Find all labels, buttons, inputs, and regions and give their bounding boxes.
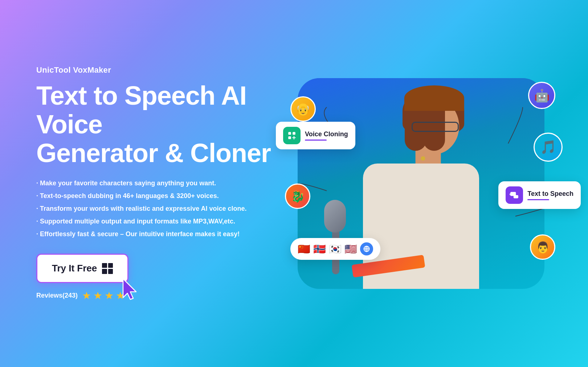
reviews-area: Reviews(243) ★ ★ ★ ★ — [36, 290, 290, 302]
brand-name: UnicTool VoxMaker — [36, 65, 290, 75]
text-to-speech-icon — [506, 186, 523, 204]
svg-rect-4 — [514, 195, 518, 198]
bullet-4: Supported multiple output and input form… — [36, 217, 290, 226]
bullet-1: Make your favorite characters saying any… — [36, 178, 290, 188]
svg-rect-2 — [288, 136, 291, 139]
flag-usa: 🇺🇸 — [344, 243, 357, 255]
avatar-person: 👨 — [530, 234, 555, 260]
flag-norway: 🇳🇴 — [313, 243, 326, 255]
text-to-speech-underline — [527, 199, 549, 200]
voice-cloning-label: Voice Cloning — [305, 130, 348, 138]
star-3: ★ — [105, 290, 114, 302]
star-1: ★ — [82, 290, 91, 302]
voice-cloning-card: Voice Cloning — [276, 122, 355, 149]
bullet-2: Text-to-speech dubbing in 46+ languages … — [36, 191, 290, 201]
bullet-3: Transform your words with realistic and … — [36, 204, 290, 214]
voice-cloning-underline — [305, 140, 327, 141]
avatar-robot: 🤖 — [528, 82, 555, 109]
left-content: UnicTool VoxMaker Text to Speech AI Voic… — [36, 65, 290, 302]
svg-rect-0 — [288, 132, 291, 135]
flag-china: 🇨🇳 — [298, 243, 310, 255]
star-rating: ★ ★ ★ ★ — [82, 290, 125, 302]
voice-cloning-card-content: Voice Cloning — [305, 130, 348, 141]
photo-blob: Voice Cloning Text to Speech — [298, 78, 544, 289]
windows-icon — [102, 263, 113, 274]
svg-rect-1 — [293, 132, 295, 135]
star-2: ★ — [93, 290, 102, 302]
voice-cloning-icon — [283, 127, 301, 144]
cursor-arrow-icon — [119, 276, 143, 303]
title-line2: Generator & Cloner — [36, 138, 271, 168]
text-to-speech-label: Text to Speech — [527, 190, 573, 198]
bullet-5: Effortlessly fast & secure – Our intuiti… — [36, 229, 290, 239]
main-title: Text to Speech AI Voice Generator & Clon… — [36, 81, 290, 168]
try-button-label: Try It Free — [52, 263, 97, 274]
try-free-button[interactable]: Try It Free — [36, 254, 128, 283]
translate-icon — [360, 242, 373, 255]
cta-area: Try It Free Reviews(243) ★ ★ ★ ★ — [36, 254, 290, 302]
flag-korea: 🇰🇷 — [329, 243, 342, 255]
right-content: Voice Cloning Text to Speech — [290, 0, 552, 367]
hero-section: UnicTool VoxMaker Text to Speech AI Voic… — [0, 0, 588, 367]
feature-list: Make your favorite characters saying any… — [36, 178, 290, 239]
avatar-anime: 🎵 — [534, 133, 563, 162]
avatar-elderly-man: 👴 — [290, 96, 316, 122]
language-flags-card: 🇨🇳 🇳🇴 🇰🇷 🇺🇸 — [290, 238, 380, 260]
reviews-label: Reviews(243) — [36, 292, 78, 299]
text-to-speech-card-content: Text to Speech — [527, 190, 573, 200]
avatar-goku: 🐉 — [285, 184, 310, 209]
text-to-speech-card: Text to Speech — [498, 181, 581, 209]
title-line1: Text to Speech AI Voice — [36, 81, 246, 139]
